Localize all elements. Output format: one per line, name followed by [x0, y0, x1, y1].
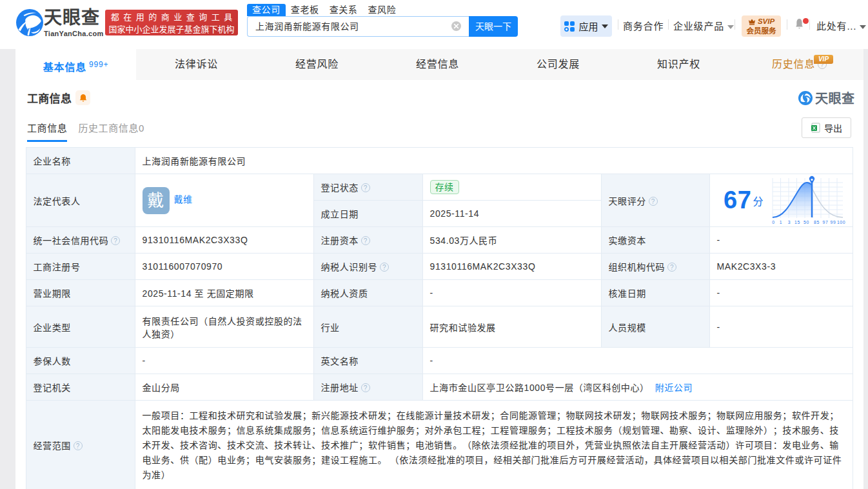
- svg-text:1: 1: [780, 220, 782, 225]
- svg-text:50: 50: [804, 220, 809, 225]
- svg-text:3: 3: [788, 220, 791, 225]
- svg-text:天眼查: 天眼查: [815, 91, 855, 105]
- svg-text:0: 0: [772, 220, 774, 225]
- svg-text:97: 97: [823, 220, 829, 225]
- svg-text:15: 15: [794, 220, 800, 225]
- svg-text:85: 85: [814, 220, 820, 225]
- svg-text:100: 100: [837, 220, 845, 225]
- svg-text:99: 99: [831, 220, 836, 225]
